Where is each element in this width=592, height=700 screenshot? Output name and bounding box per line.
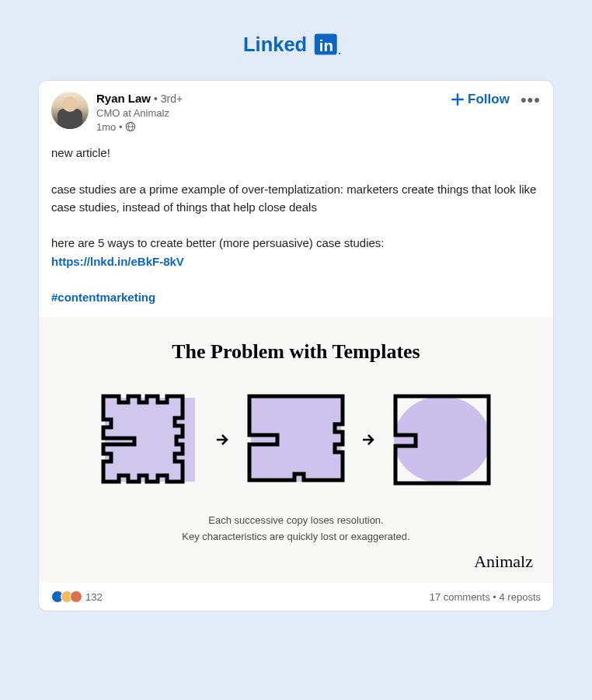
svg-text:in: in — [319, 37, 333, 54]
comments-count[interactable]: 17 comments — [430, 591, 490, 603]
post-image[interactable]: The Problem with Templates — [39, 317, 553, 583]
globe-icon — [125, 121, 136, 132]
author-name[interactable]: Ryan Law — [96, 92, 151, 106]
post-card: Ryan Law • 3rd+ CMO at Animalz 1mo • Fol… — [39, 81, 553, 611]
connection-degree: • 3rd+ — [154, 92, 183, 106]
post-header: Ryan Law • 3rd+ CMO at Animalz 1mo • Fol… — [39, 81, 553, 139]
template-shape-medium — [242, 385, 350, 494]
shapes-row — [54, 385, 538, 494]
more-button[interactable]: ••• — [521, 96, 541, 104]
svg-point-3 — [339, 53, 340, 54]
image-brand: Animalz — [54, 552, 538, 572]
plus-icon — [451, 92, 465, 106]
image-caption: Each successive copy loses resolution. K… — [54, 513, 538, 545]
template-shape-complex — [96, 385, 204, 494]
arrow-icon — [361, 432, 377, 448]
post-text-line: new article! — [51, 144, 541, 162]
reactions[interactable]: 132 — [51, 590, 103, 603]
image-title: The Problem with Templates — [54, 340, 538, 364]
author-meta: Ryan Law • 3rd+ CMO at Animalz 1mo • — [96, 92, 451, 133]
hashtag[interactable]: #contentmarketing — [51, 291, 155, 304]
post-time: 1mo • — [96, 121, 451, 134]
svg-point-9 — [394, 396, 490, 483]
reaction-icons — [51, 590, 82, 603]
avatar[interactable] — [51, 92, 89, 129]
love-icon — [70, 590, 82, 603]
template-shape-simple — [388, 385, 496, 494]
post-footer: 132 17 comments • 4 reposts — [39, 583, 553, 611]
follow-button[interactable]: Follow — [451, 92, 510, 107]
post-text-line: here are 5 ways to create better (more p… — [51, 234, 541, 270]
reaction-count[interactable]: 132 — [85, 591, 103, 603]
author-title: CMO at Animalz — [96, 107, 451, 120]
svg-rect-8 — [251, 398, 341, 482]
post-body: new article! case studies are a prime ex… — [39, 139, 553, 317]
post-link[interactable]: https://lnkd.in/eBkF-8kV — [51, 255, 184, 268]
engagement-stats: 17 comments • 4 reposts — [430, 591, 541, 603]
svg-text:Linked: Linked — [243, 33, 307, 55]
linkedin-logo: Linked in — [39, 31, 553, 57]
arrow-icon — [215, 432, 231, 448]
post-text-line: case studies are a prime example of over… — [51, 180, 541, 217]
reposts-count[interactable]: 4 reposts — [500, 591, 541, 603]
